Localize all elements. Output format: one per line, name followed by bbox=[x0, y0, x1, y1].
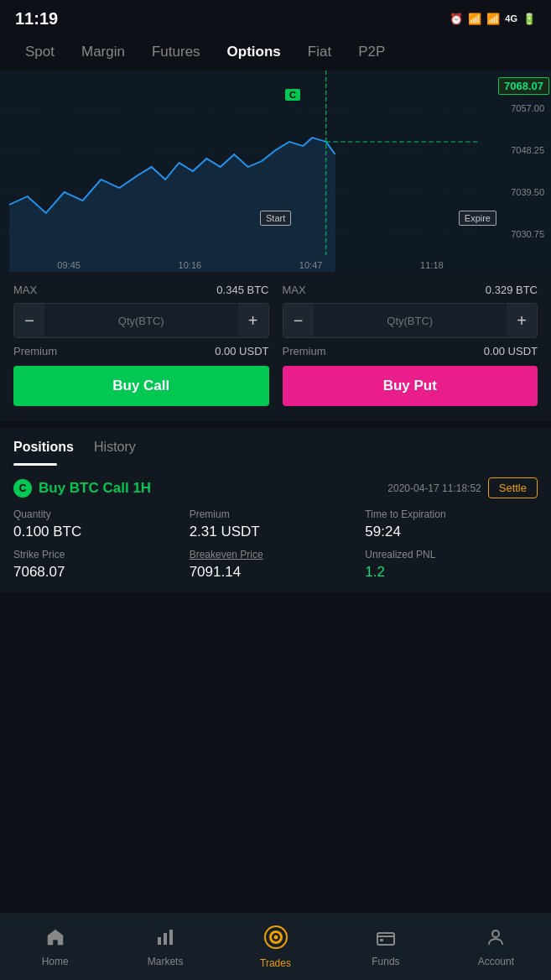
battery-icon: 🔋 bbox=[522, 13, 536, 25]
nav-item-markets[interactable]: Markets bbox=[110, 920, 220, 974]
bottom-nav: Home Markets Trades bbox=[0, 913, 551, 980]
price-scale-3: 7039.50 bbox=[511, 187, 548, 197]
quantity-value: 0.100 BTC bbox=[13, 524, 186, 540]
home-icon bbox=[45, 927, 65, 952]
left-max-text: MAX bbox=[13, 284, 37, 296]
detail-expiration: Time to Expiration 59:24 bbox=[365, 508, 538, 540]
trading-row: MAX 0.345 BTC − + Premium 0.00 USDT Buy … bbox=[13, 284, 538, 406]
buy-call-col: MAX 0.345 BTC − + Premium 0.00 USDT Buy … bbox=[13, 284, 269, 406]
svg-rect-15 bbox=[377, 933, 394, 945]
left-premium-row: Premium 0.00 USDT bbox=[13, 345, 269, 357]
nav-item-funds[interactable]: Funds bbox=[330, 920, 440, 974]
right-max-label: MAX 0.329 BTC bbox=[283, 284, 538, 296]
svg-point-14 bbox=[273, 935, 278, 939]
buy-put-button[interactable]: Buy Put bbox=[283, 366, 538, 406]
premium-label-detail: Premium bbox=[190, 508, 362, 520]
detail-quantity: Quantity 0.100 BTC bbox=[13, 508, 186, 540]
nav-item-account[interactable]: Account bbox=[441, 920, 551, 974]
wifi-icon: 📶 bbox=[468, 13, 481, 25]
expiration-value: 59:24 bbox=[365, 524, 538, 540]
nav-label-account: Account bbox=[478, 956, 514, 967]
time-label-3: 10:47 bbox=[299, 260, 323, 270]
positions-section: Positions History C Buy BTC Call 1H 2020… bbox=[0, 428, 551, 592]
position-details: Quantity 0.100 BTC Premium 2.31 USDT Tim… bbox=[13, 508, 538, 581]
status-icons: ⏰ 📶 📶 4G 🔋 bbox=[450, 13, 536, 25]
tab-futures[interactable]: Futures bbox=[138, 39, 214, 65]
pnl-value: 1.2 bbox=[365, 564, 538, 581]
nav-tabs: Spot Margin Futures Options Fiat P2P bbox=[0, 34, 551, 70]
left-minus-button[interactable]: − bbox=[14, 304, 44, 337]
price-scale-2: 7048.25 bbox=[511, 145, 548, 155]
tab-options[interactable]: Options bbox=[214, 39, 294, 65]
status-time: 11:19 bbox=[15, 9, 58, 29]
right-qty-row: − + bbox=[283, 303, 538, 338]
tab-fiat[interactable]: Fiat bbox=[294, 39, 345, 65]
nav-item-trades[interactable]: Trades bbox=[221, 919, 330, 976]
right-minus-button[interactable]: − bbox=[283, 304, 314, 337]
right-premium-label: Premium bbox=[283, 345, 326, 357]
tab-spot[interactable]: Spot bbox=[12, 39, 68, 65]
left-plus-button[interactable]: + bbox=[238, 304, 268, 337]
nav-label-markets: Markets bbox=[148, 956, 184, 967]
svg-rect-10 bbox=[169, 930, 173, 945]
price-scale-1: 7057.00 bbox=[511, 103, 548, 113]
left-qty-input[interactable] bbox=[44, 304, 238, 337]
signal-icon: 📶 bbox=[486, 13, 500, 25]
nav-label-trades: Trades bbox=[260, 957, 291, 969]
nav-item-home[interactable]: Home bbox=[0, 920, 110, 974]
left-qty-row: − + bbox=[13, 303, 269, 338]
chart-area: C 7068.07 7057.00 7048.25 7039.50 7030.7… bbox=[0, 70, 551, 272]
trading-panel: MAX 0.345 BTC − + Premium 0.00 USDT Buy … bbox=[0, 272, 551, 421]
left-premium-value: 0.00 USDT bbox=[215, 345, 268, 357]
breakeven-value: 7091.14 bbox=[190, 564, 362, 581]
time-label-2: 10:16 bbox=[179, 260, 202, 270]
left-premium-label: Premium bbox=[13, 345, 57, 357]
funds-icon bbox=[376, 927, 396, 952]
right-premium-value: 0.00 USDT bbox=[484, 345, 538, 357]
right-plus-button[interactable]: + bbox=[507, 304, 537, 337]
right-qty-input[interactable] bbox=[314, 304, 507, 337]
position-header: C Buy BTC Call 1H 2020-04-17 11:18:52 Se… bbox=[13, 477, 538, 498]
detail-pnl: Unrealized PNL 1.2 bbox=[365, 549, 538, 581]
markets-icon bbox=[155, 927, 175, 952]
buy-call-button[interactable]: Buy Call bbox=[13, 366, 269, 406]
time-label-1: 09:45 bbox=[57, 260, 81, 270]
account-icon bbox=[486, 927, 506, 952]
right-max-text: MAX bbox=[283, 284, 306, 296]
alarm-icon: ⏰ bbox=[450, 13, 463, 25]
strike-value: 7068.07 bbox=[13, 564, 186, 581]
expire-marker: Expire bbox=[459, 211, 496, 226]
tab-history[interactable]: History bbox=[94, 440, 136, 460]
detail-breakeven: Breakeven Price 7091.14 bbox=[190, 549, 362, 581]
section-divider bbox=[0, 421, 551, 428]
position-title: Buy BTC Call 1H bbox=[39, 480, 381, 497]
right-premium-row: Premium 0.00 USDT bbox=[283, 345, 538, 357]
left-max-value: 0.345 BTC bbox=[216, 284, 268, 296]
lte-icon: 4G bbox=[505, 13, 517, 23]
detail-premium: Premium 2.31 USDT bbox=[190, 508, 362, 540]
bottom-spacer bbox=[0, 592, 551, 666]
svg-rect-9 bbox=[164, 933, 167, 945]
nav-label-home: Home bbox=[42, 956, 69, 967]
tab-p2p[interactable]: P2P bbox=[345, 39, 398, 65]
position-date: 2020-04-17 11:18:52 bbox=[387, 482, 481, 494]
right-max-value: 0.329 BTC bbox=[486, 284, 538, 296]
settle-button[interactable]: Settle bbox=[488, 477, 538, 498]
trades-icon bbox=[264, 925, 288, 954]
detail-strike: Strike Price 7068.07 bbox=[13, 549, 186, 581]
tab-margin[interactable]: Margin bbox=[68, 39, 138, 65]
start-marker: Start bbox=[260, 211, 291, 226]
price-scale: 7057.00 7048.25 7039.50 7030.75 bbox=[511, 70, 548, 272]
positions-tabs: Positions History bbox=[13, 440, 538, 460]
pnl-label: Unrealized PNL bbox=[365, 549, 538, 560]
expiration-label: Time to Expiration bbox=[365, 508, 538, 520]
breakeven-label: Breakeven Price bbox=[190, 549, 362, 560]
svg-rect-8 bbox=[158, 937, 161, 945]
position-card: C Buy BTC Call 1H 2020-04-17 11:18:52 Se… bbox=[13, 477, 538, 581]
tab-positions[interactable]: Positions bbox=[13, 440, 74, 460]
c-badge: C bbox=[13, 479, 32, 498]
pos-tab-underline bbox=[13, 463, 57, 466]
quantity-label: Quantity bbox=[13, 508, 186, 520]
time-label-4: 11:18 bbox=[420, 260, 444, 270]
strike-label: Strike Price bbox=[13, 549, 186, 560]
